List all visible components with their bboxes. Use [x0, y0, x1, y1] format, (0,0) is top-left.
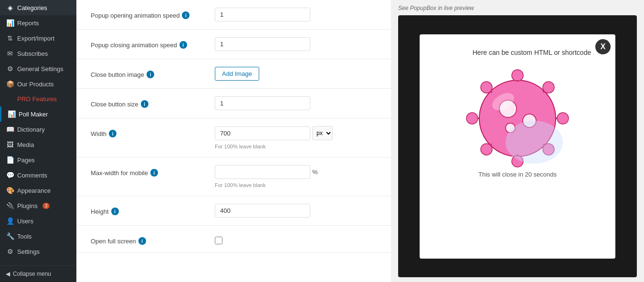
input-width[interactable]	[215, 126, 310, 140]
svg-point-1	[512, 70, 523, 81]
svg-point-15	[481, 82, 492, 93]
info-icon-height[interactable]: i	[111, 208, 119, 215]
our-products-icon: 📦	[6, 80, 14, 88]
max-width-unit-label: %	[312, 168, 318, 176]
info-icon-popup-closing-speed[interactable]: i	[179, 41, 187, 49]
sidebar-item-export-import[interactable]: ⇅ Export/Import	[0, 31, 76, 46]
field-popup-closing-speed: Popup closing animation speed i	[76, 30, 391, 59]
label-open-full-screen: Open full screen i	[91, 233, 205, 245]
svg-line-12	[491, 144, 492, 145]
field-width: Width i px % For 100% leave blank	[76, 118, 391, 157]
tools-icon: 🔧	[6, 232, 14, 240]
sidebar-item-tools[interactable]: 🔧 Tools	[0, 229, 76, 244]
svg-line-4	[543, 91, 544, 92]
sidebar-item-label: Users	[17, 218, 33, 225]
popup-preview: X Here can be custom HTML or shortcode	[398, 15, 637, 277]
popup-timer: This will close in 20 seconds	[478, 171, 557, 178]
sidebar-item-dictionary[interactable]: 📖 Dictionary	[0, 122, 76, 137]
info-icon-width[interactable]: i	[109, 130, 116, 137]
svg-point-13	[466, 113, 478, 124]
form-area: Popup opening animation speed i Popup cl…	[76, 0, 391, 282]
sidebar-item-label: Pages	[17, 157, 35, 164]
input-height[interactable]	[215, 204, 310, 218]
info-icon-popup-opening-speed[interactable]: i	[182, 11, 190, 19]
info-icon-close-button-image[interactable]: i	[147, 71, 154, 78]
sidebar-item-categories[interactable]: ◈ Categories	[0, 0, 76, 15]
field-open-full-screen: Open full screen i	[76, 226, 391, 253]
pages-icon: 📄	[6, 156, 14, 164]
max-width-hint: For 100% leave blank	[215, 182, 377, 188]
checkbox-open-full-screen[interactable]	[215, 237, 222, 244]
preview-label: See PopupBox in live preview	[398, 5, 637, 11]
popup-content: Here can be custom HTML or shortcode	[420, 34, 615, 259]
sidebar-item-comments[interactable]: 💬 Comments	[0, 167, 76, 183]
field-popup-opening-speed: Popup opening animation speed i	[76, 0, 391, 30]
max-width-input-group: %	[215, 165, 318, 179]
sidebar-item-users[interactable]: 👤 Users	[0, 213, 76, 229]
svg-point-21	[506, 121, 563, 164]
export-import-icon: ⇅	[6, 34, 14, 42]
width-input-group: px %	[215, 126, 333, 140]
field-close-button-size: Close button size i	[76, 89, 391, 118]
collapse-label: Collapse menu	[13, 271, 51, 277]
sidebar-item-label: Media	[17, 141, 34, 148]
label-width: Width i	[91, 126, 205, 137]
label-close-button-size: Close button size i	[91, 96, 205, 108]
field-max-width-mobile: Max-width for mobile i % For 100% leave …	[76, 157, 391, 196]
input-popup-closing-speed[interactable]	[215, 37, 310, 51]
plugins-badge: 3	[42, 203, 50, 209]
sidebar-item-subscribes[interactable]: ✉ Subscribes	[0, 46, 76, 61]
sidebar-item-label: Settings	[17, 248, 40, 255]
sidebar-item-media[interactable]: 🖼 Media	[0, 137, 76, 152]
sidebar-item-general-settings[interactable]: ⚙ General Settings	[0, 61, 76, 76]
settings-icon: ⚙	[6, 248, 14, 255]
collapse-icon: ◀	[6, 271, 10, 277]
input-max-width-mobile[interactable]	[215, 165, 310, 179]
label-height: Height i	[91, 204, 205, 215]
virus-illustration	[460, 47, 575, 180]
info-icon-close-button-size[interactable]: i	[141, 100, 148, 108]
general-settings-icon: ⚙	[6, 65, 14, 73]
label-popup-closing-speed: Popup closing animation speed i	[91, 37, 205, 49]
field-close-button-image: Close button image i Add Image	[76, 59, 391, 89]
label-close-button-image: Close button image i	[91, 67, 205, 78]
reports-icon: 📊	[6, 19, 14, 27]
sidebar-item-plugins[interactable]: 🔌 Plugins 3	[0, 198, 76, 213]
popup-box: X Here can be custom HTML or shortcode	[420, 34, 615, 259]
dictionary-icon: 📖	[6, 125, 14, 133]
users-icon: 👤	[6, 217, 14, 225]
sidebar-item-label: Plugins	[17, 202, 38, 209]
sidebar: ◈ Categories 📊 Reports ⇅ Export/Import ✉…	[0, 0, 76, 282]
svg-point-11	[481, 144, 492, 155]
sidebar-item-label: Reports	[17, 20, 39, 27]
sidebar-item-label: PRO Features	[17, 95, 57, 103]
info-icon-max-width-mobile[interactable]: i	[150, 169, 158, 177]
sidebar-item-label: Export/Import	[17, 35, 54, 42]
sidebar-item-our-products[interactable]: 📦 Our Products	[0, 76, 76, 92]
poll-maker-icon: 📊	[7, 110, 16, 118]
sidebar-item-pro-features[interactable]: PRO Features	[0, 92, 76, 106]
sidebar-item-pages[interactable]: 📄 Pages	[0, 152, 76, 167]
popup-close-button[interactable]: X	[595, 39, 611, 54]
width-unit-select[interactable]: px %	[312, 126, 333, 140]
svg-line-16	[491, 92, 492, 93]
add-image-button[interactable]: Add Image	[215, 67, 259, 81]
sidebar-item-label: Comments	[17, 172, 47, 179]
input-close-button-size[interactable]	[215, 96, 310, 110]
sidebar-item-label: Categories	[17, 4, 47, 11]
appearance-icon: 🎨	[6, 187, 14, 194]
label-popup-opening-speed: Popup opening animation speed i	[91, 8, 205, 19]
sidebar-item-appearance[interactable]: 🎨 Appearance	[0, 183, 76, 198]
collapse-menu-button[interactable]: ◀ Collapse menu	[0, 265, 76, 282]
sidebar-item-reports[interactable]: 📊 Reports	[0, 15, 76, 31]
input-popup-opening-speed[interactable]	[215, 8, 310, 21]
width-hint: For 100% leave blank	[215, 144, 377, 149]
sidebar-item-label: General Settings	[17, 65, 63, 73]
sidebar-item-label: Appearance	[17, 187, 51, 194]
preview-area: See PopupBox in live preview X Here can …	[391, 0, 644, 282]
label-max-width-mobile: Max-width for mobile i	[91, 165, 205, 177]
sidebar-item-poll-maker[interactable]: 📊 Poll Maker	[0, 106, 76, 122]
info-icon-open-full-screen[interactable]: i	[138, 237, 146, 245]
sidebar-item-settings[interactable]: ⚙ Settings	[0, 244, 76, 259]
sidebar-item-label: Dictionary	[17, 126, 45, 133]
